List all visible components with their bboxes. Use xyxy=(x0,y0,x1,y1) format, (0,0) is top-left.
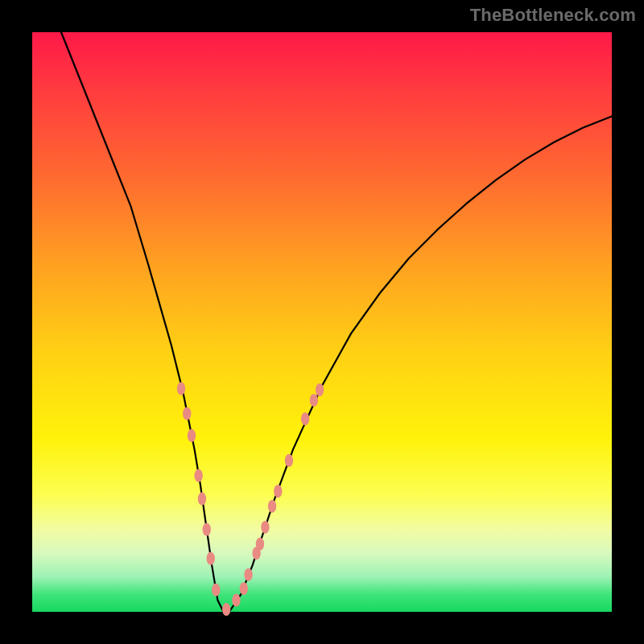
marker-dot xyxy=(232,594,240,607)
marker-dot xyxy=(261,521,269,534)
marker-dot xyxy=(240,582,248,595)
marker-dot xyxy=(310,394,318,407)
marker-dot xyxy=(183,407,191,420)
bottleneck-curve xyxy=(61,32,612,612)
plot-area xyxy=(32,32,612,612)
marker-dot xyxy=(301,412,309,425)
marker-dot xyxy=(274,485,282,497)
marker-dot xyxy=(316,383,324,396)
watermark-text: TheBottleneck.com xyxy=(470,5,636,26)
marker-dots-group xyxy=(177,382,324,616)
marker-dot xyxy=(222,603,230,616)
marker-dot xyxy=(244,568,252,581)
marker-dot xyxy=(177,382,185,395)
marker-dot xyxy=(198,493,206,506)
chart-svg xyxy=(32,32,612,612)
marker-dot xyxy=(256,538,264,551)
marker-dot xyxy=(188,429,196,442)
chart-stage: TheBottleneck.com xyxy=(0,0,644,644)
marker-dot xyxy=(194,469,202,482)
marker-dot xyxy=(268,500,276,513)
marker-dot xyxy=(203,523,211,536)
marker-dot xyxy=(207,552,215,565)
marker-dot xyxy=(212,584,220,597)
marker-dot xyxy=(285,454,293,467)
